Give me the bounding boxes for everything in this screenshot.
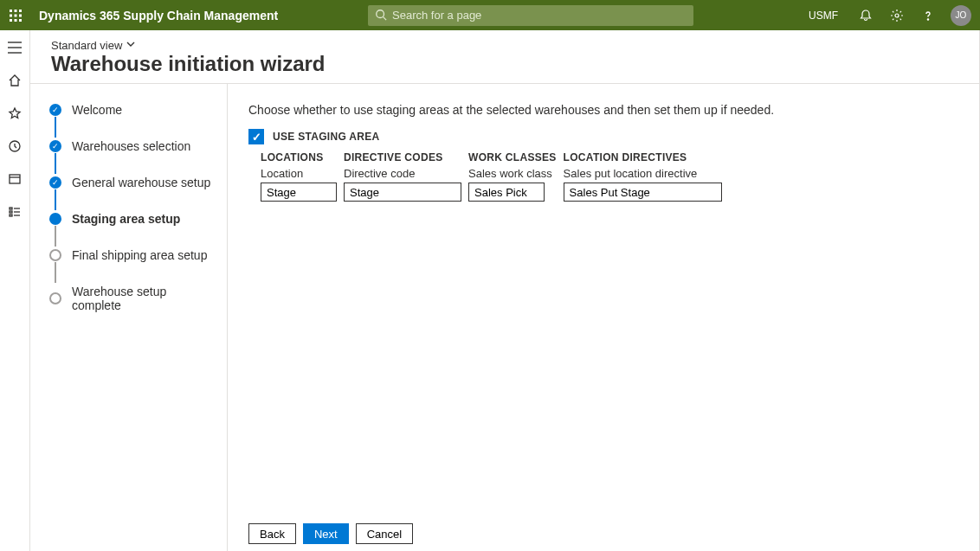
use-staging-area-label: USE STAGING AREA [273, 131, 379, 143]
svg-rect-2 [19, 10, 22, 12]
svg-rect-0 [10, 10, 12, 12]
search-icon [375, 9, 387, 23]
use-staging-area-row: USE STAGING AREA [248, 129, 958, 144]
form-area: Choose whether to use staging areas at t… [228, 84, 979, 551]
step-connector [55, 117, 56, 138]
user-avatar[interactable]: JO [951, 5, 971, 26]
step-label: Warehouses selection [72, 139, 190, 153]
step-connector [55, 189, 56, 210]
wizard-footer: Back Next Cancel [248, 523, 413, 544]
col-head-locations: LOCATIONS [261, 151, 337, 163]
favorites-icon[interactable] [3, 103, 27, 124]
settings-icon[interactable] [883, 2, 911, 29]
notifications-icon[interactable] [852, 2, 880, 29]
input-location[interactable] [261, 183, 337, 202]
col-head-work-classes: WORK CLASSES [468, 151, 557, 163]
instruction-text: Choose whether to use staging areas at t… [248, 103, 958, 117]
workspaces-icon[interactable] [3, 169, 27, 189]
search-wrap [368, 5, 693, 26]
col-location-directives: LOCATION DIRECTIVES Sales put location d… [564, 151, 722, 202]
step-staging-area-setup[interactable]: Staging area setup [49, 212, 218, 226]
col-head-directive-codes: DIRECTIVE CODES [344, 151, 461, 163]
step-label: Final shipping area setup [72, 248, 207, 262]
topbar-right: USMF JO [809, 2, 980, 29]
page-title: Warehouse initiation wizard [51, 52, 958, 76]
page: Standard view Warehouse initiation wizar… [30, 30, 980, 551]
label-sales-put-location-directive: Sales put location directive [564, 167, 722, 180]
step-label: Warehouse setup complete [72, 285, 218, 312]
step-connector [55, 226, 56, 247]
step-general-warehouse-setup[interactable]: General warehouse setup [49, 176, 218, 189]
step-warehouse-setup-complete[interactable]: Warehouse setup complete [49, 285, 218, 312]
help-icon[interactable] [914, 2, 942, 29]
step-label: Staging area setup [72, 212, 180, 226]
company-code[interactable]: USMF [809, 10, 838, 22]
app-launcher-icon[interactable] [0, 0, 30, 30]
search-input[interactable] [368, 5, 693, 26]
svg-point-9 [377, 10, 384, 17]
svg-rect-21 [10, 211, 12, 213]
svg-rect-17 [10, 175, 20, 183]
chevron-down-icon [126, 39, 136, 52]
svg-rect-8 [19, 19, 22, 22]
step-connector [55, 153, 56, 174]
input-sales-put-location-directive[interactable] [564, 183, 722, 202]
step-warehouses-selection[interactable]: Warehouses selection [49, 139, 218, 153]
recent-icon[interactable] [3, 136, 27, 157]
col-work-classes: WORK CLASSES Sales work class [468, 151, 557, 202]
svg-rect-19 [10, 208, 12, 209]
step-welcome[interactable]: Welcome [49, 103, 218, 117]
shell: Standard view Warehouse initiation wizar… [0, 30, 980, 551]
top-bar: Dynamics 365 Supply Chain Management USM… [0, 0, 980, 30]
input-sales-work-class[interactable] [468, 183, 545, 202]
wizard-steps: Welcome Warehouses selection General war… [30, 84, 228, 551]
label-directive-code: Directive code [344, 167, 461, 180]
nav-rail [0, 30, 30, 551]
svg-rect-6 [10, 19, 12, 22]
svg-rect-4 [14, 14, 16, 16]
svg-rect-7 [14, 19, 16, 22]
step-label: General warehouse setup [72, 176, 210, 189]
view-label: Standard view [51, 39, 122, 52]
columns: LOCATIONS Location DIRECTIVE CODES Direc… [261, 151, 958, 202]
step-pending-icon [49, 249, 61, 261]
back-button[interactable]: Back [248, 523, 296, 544]
step-connector [55, 262, 56, 283]
col-head-location-directives: LOCATION DIRECTIVES [564, 151, 722, 163]
svg-line-10 [384, 16, 387, 20]
step-label: Welcome [72, 103, 122, 117]
svg-rect-1 [14, 10, 16, 12]
view-switcher[interactable]: Standard view [51, 39, 136, 52]
col-locations: LOCATIONS Location [261, 151, 337, 202]
modules-icon[interactable] [3, 202, 27, 222]
use-staging-area-checkbox[interactable] [248, 129, 264, 144]
wizard: Welcome Warehouses selection General war… [30, 84, 979, 551]
col-directive-codes: DIRECTIVE CODES Directive code [344, 151, 461, 202]
step-check-icon [49, 104, 61, 116]
step-pending-icon [49, 292, 61, 304]
next-button[interactable]: Next [303, 523, 349, 544]
svg-point-12 [927, 18, 928, 19]
app-title: Dynamics 365 Supply Chain Management [39, 9, 278, 22]
home-icon[interactable] [3, 70, 27, 91]
step-check-icon [49, 140, 61, 152]
step-check-icon [49, 176, 61, 189]
page-header: Standard view Warehouse initiation wizar… [30, 30, 979, 84]
label-location: Location [261, 167, 337, 180]
step-current-icon [49, 213, 61, 225]
step-final-shipping-area-setup[interactable]: Final shipping area setup [49, 248, 218, 262]
cancel-button[interactable]: Cancel [356, 523, 413, 544]
input-directive-code[interactable] [344, 183, 461, 202]
hamburger-icon[interactable] [3, 37, 27, 58]
svg-rect-5 [19, 14, 22, 16]
svg-point-16 [10, 141, 20, 151]
svg-rect-3 [10, 14, 12, 16]
label-sales-work-class: Sales work class [468, 167, 557, 180]
svg-rect-23 [10, 215, 12, 216]
svg-point-11 [895, 14, 899, 17]
